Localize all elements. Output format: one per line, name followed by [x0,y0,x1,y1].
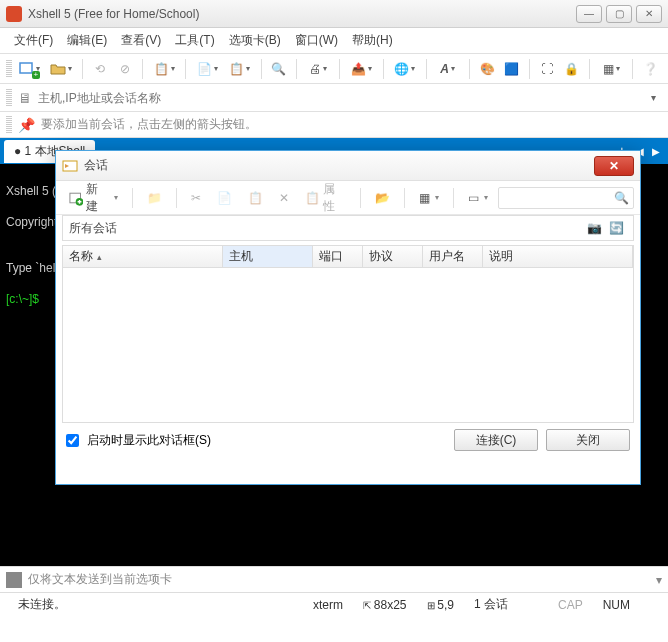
close-button[interactable]: 关闭 [546,429,630,451]
new-session-button[interactable]: + [14,57,44,81]
menu-tools[interactable]: 工具(T) [169,29,220,52]
lock-button[interactable]: 🔒 [561,57,584,81]
info-message: 要添加当前会话，点击左侧的箭头按钮。 [41,116,257,133]
help-button[interactable]: ❔ [639,57,662,81]
close-button[interactable]: ✕ [636,5,662,23]
menu-tabs[interactable]: 选项卡(B) [223,29,287,52]
separator [632,59,633,79]
path-text: 所有会话 [69,220,117,237]
col-port[interactable]: 端口 [313,246,363,267]
delete-button[interactable]: ✕ [273,186,295,210]
dialog-title: 会话 [84,157,594,174]
send-icon[interactable] [6,572,22,588]
separator [529,59,530,79]
separator [404,188,405,208]
separator [453,188,454,208]
col-desc[interactable]: 说明 [483,246,633,267]
status-connection: 未连接。 [8,596,76,613]
separator [360,188,361,208]
app-icon [6,6,22,22]
reconnect-button[interactable]: ⟲ [89,57,112,81]
find-button[interactable]: 🔍 [268,57,291,81]
startup-checkbox[interactable] [66,434,79,447]
paste-button[interactable]: 📋 [242,186,269,210]
browse-button[interactable]: 📂 [369,186,396,210]
col-name[interactable]: 名称 [63,246,223,267]
separator [82,59,83,79]
connect-button[interactable]: 连接(C) [454,429,538,451]
new-button[interactable]: 新建 [62,186,124,210]
path-home-icon[interactable]: 📷 [583,217,605,239]
address-dropdown[interactable]: ▾ [645,92,662,103]
address-input[interactable] [38,91,639,105]
color-button[interactable]: 🎨 [476,57,499,81]
status-term: xterm [303,598,353,612]
separator [296,59,297,79]
separator [132,188,133,208]
status-size: ⇱ 88x25 [353,598,416,612]
grip [6,60,12,78]
open-button[interactable] [46,57,76,81]
separator [383,59,384,79]
separator [589,59,590,79]
palette-button[interactable]: 🟦 [500,57,523,81]
properties-button[interactable]: 📋属性 [299,186,352,210]
layout-button[interactable]: ▦ [596,57,626,81]
sessions-list[interactable]: 名称 主机 端口 协议 用户名 说明 [62,245,634,423]
profile-button[interactable]: 📋 [149,57,179,81]
fullscreen-button[interactable]: ⛶ [536,57,559,81]
path-refresh-icon[interactable]: 🔄 [605,217,627,239]
cut-button[interactable]: ✂ [185,186,207,210]
copy-button[interactable]: 📄 [192,57,222,81]
folder-tree-button[interactable]: 📁 [141,186,168,210]
tab-right[interactable]: ▶ [648,146,664,157]
transfer-button[interactable]: 📤 [346,57,376,81]
minimize-button[interactable]: — [576,5,602,23]
path-bar[interactable]: 所有会话 📷 🔄 [62,215,634,241]
pin-icon[interactable]: 📌 [18,117,35,133]
menu-view[interactable]: 查看(V) [115,29,167,52]
options-button[interactable]: ▭ [462,186,494,210]
send-dropdown[interactable]: ▾ [656,573,662,587]
status-cap: CAP [548,598,593,612]
dialog-icon [62,158,78,174]
menu-help[interactable]: 帮助(H) [346,29,399,52]
dialog-close-button[interactable]: ✕ [594,156,634,176]
separator [426,59,427,79]
view-button[interactable]: ▦ [413,186,445,210]
separator [185,59,186,79]
host-icon: 🖥 [18,90,32,106]
col-user[interactable]: 用户名 [423,246,483,267]
col-host[interactable]: 主机 [223,246,313,267]
grip [6,116,12,134]
copy-button[interactable]: 📄 [211,186,238,210]
status-sessions: 1 会话 [464,596,518,613]
status-num: NUM [593,598,640,612]
separator [339,59,340,79]
search-icon: 🔍 [614,191,629,205]
sessions-dialog: 会话 ✕ 新建 📁 ✂ 📄 📋 ✕ 📋属性 📂 ▦ ▭ 🔍 所有会话 📷 🔄 名… [55,150,641,485]
dialog-search[interactable]: 🔍 [498,187,634,209]
maximize-button[interactable]: ▢ [606,5,632,23]
menu-window[interactable]: 窗口(W) [289,29,344,52]
separator [261,59,262,79]
svg-rect-0 [20,63,32,73]
col-proto[interactable]: 协议 [363,246,423,267]
menu-file[interactable]: 文件(F) [8,29,59,52]
send-placeholder[interactable]: 仅将文本发送到当前选项卡 [28,571,172,588]
print-button[interactable]: 🖨 [303,57,333,81]
separator [469,59,470,79]
status-pos: ⊞ 5,9 [417,598,464,612]
menu-edit[interactable]: 编辑(E) [61,29,113,52]
startup-label[interactable]: 启动时显示此对话框(S) [87,432,211,449]
font-button[interactable]: A [433,57,463,81]
grip [6,89,12,107]
separator [142,59,143,79]
window-title: Xshell 5 (Free for Home/School) [28,7,572,21]
globe-button[interactable]: 🌐 [389,57,419,81]
separator [176,188,177,208]
paste-button[interactable]: 📋 [225,57,255,81]
disconnect-button[interactable]: ⊘ [114,57,137,81]
